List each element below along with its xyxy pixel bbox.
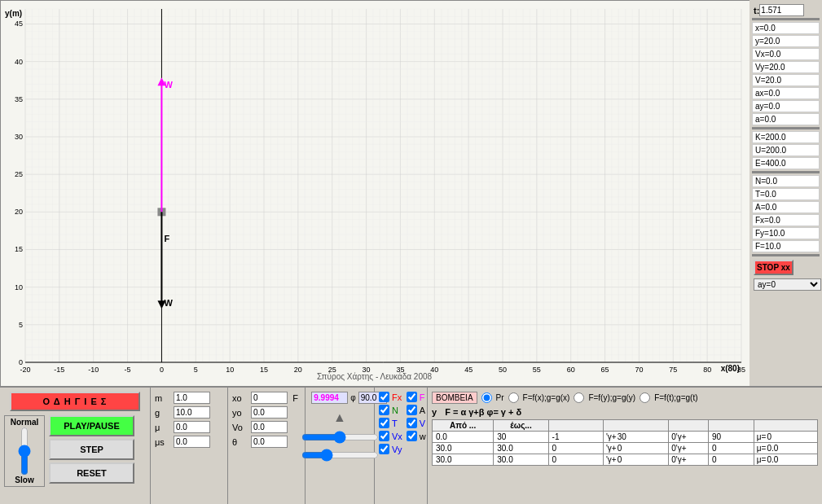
instructions-button[interactable]: Ο Δ Η Γ Ι Ε Σ xyxy=(10,392,140,411)
c-cell: 0'γ+ xyxy=(669,443,709,454)
to-input-0[interactable] xyxy=(496,432,519,441)
g-input[interactable] xyxy=(174,406,210,419)
radio-fy-gy[interactable] xyxy=(574,392,584,403)
fx-checkbox[interactable] xyxy=(379,392,389,402)
y-axis-label: y(m) xyxy=(5,9,22,18)
step-button[interactable]: STEP xyxy=(49,439,134,460)
f-input[interactable] xyxy=(311,392,348,404)
a-cell xyxy=(548,443,603,454)
to-input-1[interactable] xyxy=(496,444,519,453)
b-input-0[interactable] xyxy=(617,432,635,441)
n-checkbox[interactable] xyxy=(379,405,389,415)
mus-row: μs xyxy=(155,436,223,448)
control-buttons: PLAY/PAUSE STEP RESET xyxy=(49,415,134,487)
divider1 xyxy=(752,18,820,20)
bombeia-button[interactable]: ΒΟΜΒΕΙΑ xyxy=(432,392,477,404)
a-input-0[interactable] xyxy=(552,432,574,441)
t-label: t: xyxy=(754,6,759,15)
divider4 xyxy=(752,254,820,256)
force-stat-item: T=0.0 xyxy=(752,188,820,200)
vx-label: Vx xyxy=(392,432,402,441)
v-checkbox[interactable] xyxy=(407,418,417,428)
radio-fx-gx[interactable] xyxy=(508,392,519,403)
a-input-1[interactable] xyxy=(552,444,574,453)
mus-input[interactable] xyxy=(174,436,210,448)
right-inner: t: x=0.0y=20.0Vx=0.0Vy=20.0V=20.0ax=0.0a… xyxy=(749,0,822,295)
w-cb-row: w xyxy=(407,431,426,441)
theta-label: θ xyxy=(232,437,248,447)
a-checkbox[interactable] xyxy=(407,405,417,415)
from-input-0[interactable] xyxy=(435,432,458,441)
f-checkbox[interactable] xyxy=(407,392,417,402)
top-section: y(m) x(80) Σπύρος Χάρτης - Λευκάδα 2008 … xyxy=(0,0,822,386)
t-checkbox[interactable] xyxy=(379,418,389,428)
f-cb-label: F xyxy=(420,392,425,402)
m-input[interactable] xyxy=(174,392,210,404)
vy-checkbox[interactable] xyxy=(379,444,389,454)
stat-item: V=20.0 xyxy=(752,74,820,86)
speed-box: Normal Slow xyxy=(4,415,45,487)
d-input-1[interactable] xyxy=(711,444,729,453)
force-stat-item: Fy=10.0 xyxy=(752,227,820,239)
w-checkbox[interactable] xyxy=(407,431,417,441)
right-panel: t: x=0.0y=20.0Vx=0.0Vy=20.0V=20.0ax=0.0a… xyxy=(749,0,822,386)
stat-item: a=0.0 xyxy=(752,113,820,125)
from-input-1[interactable] xyxy=(435,444,458,453)
main-stats: x=0.0y=20.0Vx=0.0Vy=20.0V=20.0ax=0.0ay=0… xyxy=(752,22,820,125)
checkboxes-inner: Fx N T Vx Vy xyxy=(379,392,423,454)
x-axis-label: x(80) xyxy=(721,364,740,373)
force-stats: N=0.0T=0.0A=0.0Fx=0.0Fy=10.0F=10.0 xyxy=(752,175,820,252)
formula-row: 'γ+ 0'γ+ μ= xyxy=(433,432,818,443)
to-cell xyxy=(494,454,548,466)
force-slider[interactable] xyxy=(301,431,379,444)
b-input-1[interactable] xyxy=(617,444,635,453)
t-input[interactable] xyxy=(759,4,804,16)
f-label: F xyxy=(292,393,309,403)
bottom-left: Ο Δ Η Γ Ι Ε Σ Normal Slow PLAY/PAUSE STE… xyxy=(0,388,151,504)
mu-input-1[interactable] xyxy=(766,444,784,453)
speed-slider[interactable] xyxy=(16,427,33,476)
mu-input[interactable] xyxy=(174,421,210,433)
phi-label: φ xyxy=(350,393,355,402)
play-pause-button[interactable]: PLAY/PAUSE xyxy=(49,415,134,436)
canvas-area: y(m) x(80) Σπύρος Χάρτης - Λευκάδα 2008 xyxy=(0,0,749,386)
vx-checkbox[interactable] xyxy=(379,431,389,441)
d-cell xyxy=(708,432,754,443)
angle-slider[interactable] xyxy=(301,449,379,462)
stat-item: Vy=20.0 xyxy=(752,61,820,73)
from-input-2[interactable] xyxy=(435,455,458,464)
reset-button[interactable]: RESET xyxy=(49,462,134,484)
yplus2b-1: 'γ+ xyxy=(676,444,687,453)
mu-input-0[interactable] xyxy=(766,432,784,441)
t-label: T xyxy=(392,419,398,428)
mu-label-1: μ= xyxy=(757,444,767,453)
from-cell xyxy=(433,454,494,466)
vo-input[interactable] xyxy=(251,421,288,433)
radio-ft-gt[interactable] xyxy=(640,392,650,403)
stop-button[interactable]: STOP xx xyxy=(754,260,793,275)
force-row: F φ xyxy=(292,392,386,404)
ay-select[interactable]: ay=0ay=-gay=g xyxy=(754,278,821,291)
yplus1-cell: 'γ+ xyxy=(603,432,668,443)
theta-input[interactable] xyxy=(251,436,288,448)
formula-row: 'γ+ 0'γ+ μ= xyxy=(433,443,818,454)
vo-label: Vo xyxy=(232,423,248,432)
mu-label: μ xyxy=(155,423,171,432)
pr-radio[interactable] xyxy=(481,392,492,403)
theta-row: θ xyxy=(232,436,301,448)
d-input-2[interactable] xyxy=(711,455,729,464)
v-cb-row: V xyxy=(407,418,426,428)
a-cell xyxy=(548,432,603,443)
yo-input[interactable] xyxy=(251,406,288,419)
to-input-2[interactable] xyxy=(496,455,519,464)
a-input-2[interactable] xyxy=(552,455,574,464)
m-row: m xyxy=(155,392,223,404)
d-input-0[interactable] xyxy=(711,432,729,441)
vo-row: Vo xyxy=(232,421,301,433)
mu-input-2[interactable] xyxy=(766,455,784,464)
xo-input[interactable] xyxy=(251,392,288,404)
to-cell xyxy=(494,432,548,443)
b-input-2[interactable] xyxy=(617,455,635,464)
yplus2b-2: 'γ+ xyxy=(676,455,687,464)
params-section1: m g μ μs xyxy=(151,388,228,504)
